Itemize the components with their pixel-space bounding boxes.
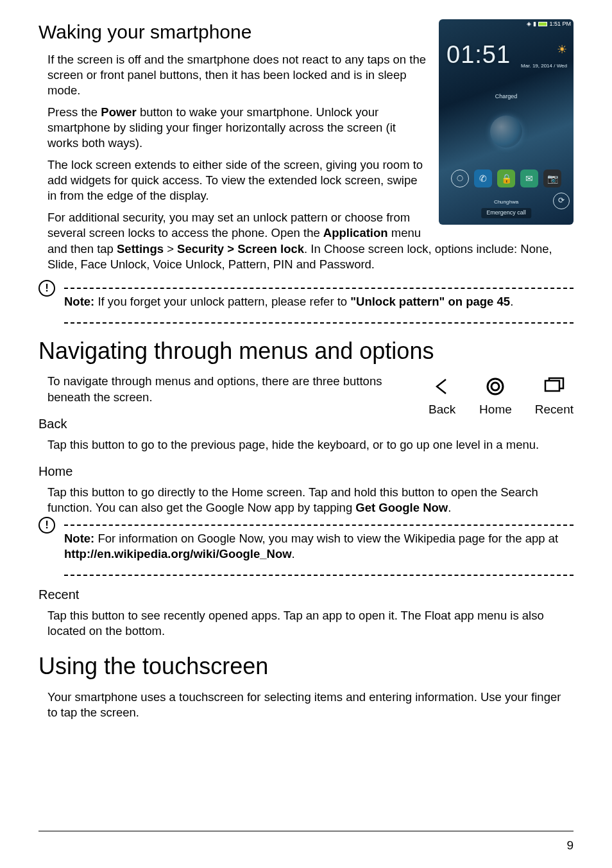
emergency-call: Emergency call: [481, 208, 531, 218]
back-icon: [428, 375, 456, 398]
home-p-post: .: [448, 501, 451, 514]
note-unlock-pattern: ! Note: If you forget your unlock patter…: [64, 288, 574, 324]
page-number: 9: [566, 838, 574, 852]
note2-t1: For information on Google Now, you may w…: [94, 532, 558, 545]
settings-bold: Settings: [117, 242, 164, 256]
back-button-figure: Back: [428, 375, 456, 418]
waking-p4-gt: >: [164, 242, 177, 256]
note2-link: http://en.wikipedia.org/wiki/Google_Now: [64, 547, 292, 560]
home-p-pre: Tap this button to go directly to the Ho…: [47, 485, 538, 514]
recent-paragraph: Tap this button to see recently opened a…: [47, 608, 574, 639]
charged-label: Charged: [439, 93, 574, 101]
lock-time: 01:51: [446, 42, 511, 67]
home-button-figure: Home: [479, 375, 512, 418]
water-graphic: [490, 116, 522, 148]
signal-icon: ▮: [533, 21, 536, 28]
power-bold: Power: [101, 105, 137, 119]
svg-point-0: [488, 379, 503, 394]
note1-text: Note: If you forget your unlock pattern,…: [64, 294, 574, 309]
home-paragraph: Tap this button to go directly to the Ho…: [47, 485, 574, 516]
caution-icon: !: [38, 280, 55, 297]
nav-buttons-figure: Back Home Recent: [428, 375, 574, 418]
page-footer: 9: [38, 831, 574, 854]
back-label: Back: [429, 402, 455, 418]
lock-date: Mar. 19, 2014 / Wed: [521, 63, 567, 69]
dock-circle-icon: ◯: [451, 169, 469, 187]
touchscreen-paragraph: Your smartphone uses a touchscreen for s…: [47, 690, 574, 720]
battery-icon: [538, 22, 547, 26]
svg-point-1: [491, 383, 499, 390]
status-bar: ◈ ▮ 1:51 PM: [527, 21, 571, 28]
lock-icon: 🔒: [497, 169, 515, 187]
note1-t1: If you forget your unlock pattern, pleas…: [94, 295, 350, 308]
application-bold: Application: [323, 226, 388, 239]
dock-row: ◯ ✆ 🔒 ✉ 📷: [439, 169, 574, 187]
note1-link: "Unlock pattern" on page 45: [350, 295, 510, 308]
dock-app-1: ✆: [474, 169, 492, 187]
security-bold: Security > Screen lock: [177, 242, 304, 256]
navigating-heading: Navigating through menus and options: [38, 336, 574, 367]
recent-label: Recent: [535, 402, 574, 418]
svg-rect-2: [545, 381, 559, 391]
note1-t2: .: [510, 295, 513, 308]
waking-p2-pre: Press the: [47, 105, 101, 119]
lockscreen-figure: ◈ ▮ 1:51 PM ☀ 01:51 Mar. 19, 2014 / Wed …: [439, 19, 574, 225]
back-paragraph: Tap this button to go to the previous pa…: [47, 437, 574, 453]
home-subheading: Home: [38, 463, 574, 480]
recent-icon: [540, 375, 568, 398]
caution-icon: !: [38, 517, 55, 534]
note2-t2: .: [292, 547, 295, 560]
note2-text: Note: For information on Google Now, you…: [64, 531, 574, 562]
weather-icon: ☀: [557, 42, 567, 57]
note2-label: Note:: [64, 532, 94, 545]
recent-subheading: Recent: [38, 586, 574, 603]
home-icon: [481, 375, 509, 398]
dock-app-2: ✉: [520, 169, 538, 187]
note1-label: Note:: [64, 295, 94, 308]
get-google-now-bold: Get Google Now: [355, 501, 448, 514]
home-label: Home: [479, 402, 512, 418]
recent-button-figure: Recent: [535, 375, 574, 418]
dock-camera-icon: 📷: [543, 169, 561, 187]
wifi-icon: ◈: [527, 21, 531, 28]
status-time: 1:51 PM: [549, 21, 571, 28]
touchscreen-heading: Using the touchscreen: [38, 652, 574, 682]
carrier-label: Chunghwa: [439, 199, 574, 205]
note-google-now: ! Note: For information on Google Now, y…: [64, 525, 574, 576]
